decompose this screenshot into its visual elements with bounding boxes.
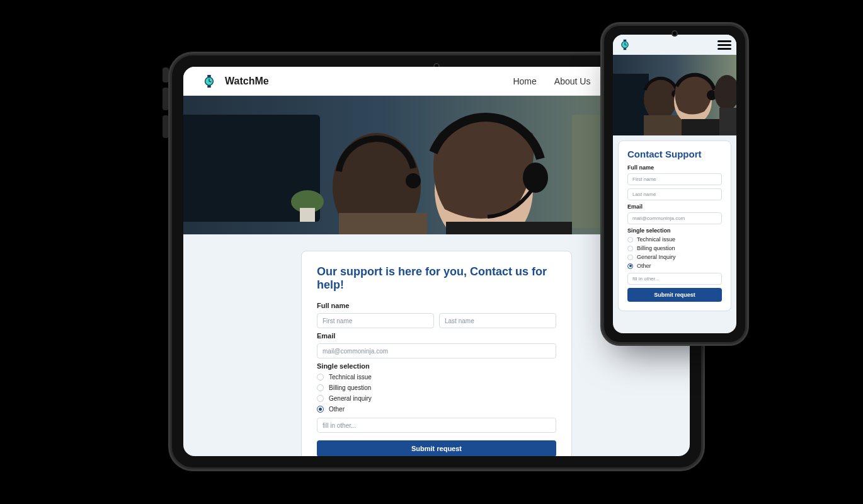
- mobile-header: [613, 35, 736, 55]
- watch-icon: [618, 38, 632, 52]
- first-name-input[interactable]: First name: [317, 313, 434, 328]
- radio-icon: [317, 374, 324, 381]
- svg-point-8: [406, 173, 421, 188]
- nav-about[interactable]: About Us: [554, 76, 591, 86]
- radio-icon: [627, 246, 633, 251]
- radio-general[interactable]: General inquiry: [317, 395, 556, 402]
- svg-rect-9: [339, 213, 427, 234]
- mobile-other-text-input[interactable]: fill in other...: [627, 273, 722, 285]
- mobile-radio-other[interactable]: Other: [627, 263, 722, 269]
- svg-rect-18: [613, 74, 649, 135]
- radio-label: Other: [329, 406, 345, 413]
- mobile-email-input[interactable]: mail@commoninja.com: [627, 212, 722, 224]
- other-text-input[interactable]: fill in other...: [317, 418, 556, 433]
- radio-label: Other: [637, 263, 651, 269]
- mobile-support-card: Contact Support Full name First name Las…: [618, 140, 731, 311]
- form-title: Our support is here for you, Contact us …: [317, 265, 556, 292]
- radio-technical[interactable]: Technical issue: [317, 374, 556, 381]
- radio-other[interactable]: Other: [317, 406, 556, 413]
- radio-icon: [317, 395, 324, 402]
- phone-camera-icon: [672, 30, 678, 37]
- email-input[interactable]: mail@commoninja.com: [317, 343, 556, 358]
- radio-label: Technical issue: [637, 236, 675, 243]
- mobile-radio-general[interactable]: General Inquiry: [627, 254, 722, 260]
- mobile-form-title: Contact Support: [627, 149, 722, 159]
- radio-billing[interactable]: Billing question: [317, 384, 556, 391]
- watch-icon: [202, 74, 216, 88]
- radio-group: Technical issue Billing question General…: [317, 374, 556, 413]
- phone-screen: Contact Support Full name First name Las…: [613, 35, 736, 333]
- last-name-input[interactable]: Last name: [439, 313, 556, 328]
- support-form-card: Our support is here for you, Contact us …: [301, 251, 572, 456]
- radio-icon: [317, 406, 324, 413]
- mobile-hero-image: [613, 55, 736, 135]
- mobile-label-email: Email: [627, 203, 722, 210]
- radio-icon: [627, 237, 633, 243]
- radio-icon: [317, 384, 324, 391]
- radio-label: General inquiry: [329, 395, 372, 402]
- svg-rect-12: [446, 222, 572, 234]
- radio-label: General Inquiry: [637, 254, 676, 260]
- svg-rect-6: [300, 208, 315, 222]
- mobile-submit-button[interactable]: Submit request: [627, 288, 722, 302]
- tablet-physical-buttons: [163, 67, 169, 138]
- mobile-label-fullname: Full name: [627, 164, 722, 171]
- radio-label: Billing question: [637, 245, 675, 251]
- radio-icon: [627, 255, 633, 260]
- svg-rect-26: [719, 108, 736, 135]
- mobile-label-single: Single selection: [627, 227, 722, 234]
- mobile-radio-technical[interactable]: Technical issue: [627, 236, 722, 243]
- mobile-radio-group: Technical issue Billing question General…: [627, 236, 722, 269]
- radio-label: Billing question: [329, 384, 371, 391]
- phone-device: Contact Support Full name First name Las…: [602, 24, 747, 344]
- svg-point-11: [523, 163, 548, 193]
- submit-button[interactable]: Submit request: [317, 440, 556, 456]
- svg-rect-24: [682, 119, 726, 135]
- radio-icon: [627, 263, 633, 269]
- mobile-first-name-input[interactable]: First name: [627, 173, 722, 185]
- mobile-last-name-input[interactable]: Last name: [627, 188, 722, 200]
- mobile-radio-billing[interactable]: Billing question: [627, 245, 722, 251]
- radio-label: Technical issue: [329, 374, 372, 381]
- label-single-selection: Single selection: [317, 362, 556, 370]
- svg-rect-21: [644, 115, 682, 135]
- brand-name: WatchMe: [225, 76, 269, 87]
- label-fullname: Full name: [317, 302, 556, 309]
- nav-home[interactable]: Home: [513, 76, 536, 86]
- label-email: Email: [317, 332, 556, 340]
- hamburger-menu-icon[interactable]: [717, 40, 731, 50]
